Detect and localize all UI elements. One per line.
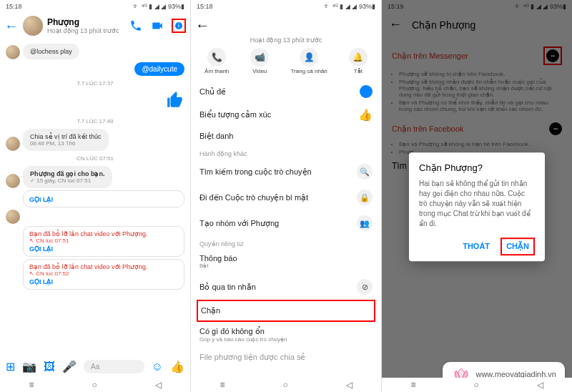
timestamp: CN LÚC 07:51 — [6, 155, 184, 162]
chat-header: ← Phượng Hoạt động 13 phút trước — [0, 13, 190, 39]
like-button[interactable]: 👍 — [170, 360, 184, 373]
create-group-row[interactable]: Tạo nhóm với Phượng👥 — [199, 210, 373, 236]
home-button[interactable]: ○ — [92, 380, 97, 390]
ignore-icon: ⊘ — [357, 279, 373, 295]
mute-button[interactable]: 🔔Tắt — [349, 48, 368, 74]
video-call-button[interactable]: 📹Video — [250, 48, 269, 74]
missed-call-card[interactable]: Bạn đã bỏ lỡ lần chat video với Phượng.↖… — [23, 259, 184, 290]
status-bar: 15:18 ᯤ ⁴ᴳ ▮ ◢ ◢ 93%▮ — [191, 0, 381, 13]
mic-icon[interactable]: 🎤 — [62, 360, 77, 373]
message-input[interactable]: Aa — [84, 360, 144, 373]
back-button[interactable]: ◁ — [155, 380, 162, 390]
settings-header: ← — [191, 13, 381, 38]
message-in[interactable]: @lochess play — [23, 44, 79, 59]
activity-status: Hoạt động 13 phút trước — [47, 27, 124, 34]
android-navbar: ≡ ○ ◁ — [382, 378, 572, 392]
group-icon: 👥 — [357, 215, 373, 231]
recents-button[interactable]: ≡ — [29, 380, 34, 390]
emoji-icon[interactable]: ☺ — [152, 361, 163, 373]
back-icon[interactable]: ← — [4, 18, 19, 34]
location-share-msg[interactable]: Chia sẻ vị trí đã kết thúc06:48 PM, 13 T… — [23, 129, 109, 151]
back-button[interactable]: ◁ — [537, 380, 543, 390]
audio-call-button[interactable]: 📞Âm thanh — [204, 48, 229, 74]
profile-button[interactable]: 👤Trang cá nhân — [291, 48, 327, 74]
confirm-block-button[interactable]: CHẶN — [500, 237, 535, 255]
apps-icon[interactable]: ⊞ — [6, 360, 15, 373]
recents-button[interactable]: ≡ — [220, 380, 225, 390]
home-button[interactable]: ○ — [282, 380, 287, 390]
quick-actions: 📞Âm thanh 📹Video 👤Trang cá nhân 🔔Tắt — [191, 44, 381, 80]
video-icon[interactable] — [150, 19, 164, 33]
svg-point-2 — [178, 24, 179, 24]
cancel-button[interactable]: THOÁT — [458, 239, 494, 253]
incoming-call-msg: Phượng đã gọi cho bạn.✓ 15 giây, CN lúc … — [23, 166, 112, 188]
confirm-dialog: Chặn Phượng? Hai bạn sẽ không thể gửi ti… — [409, 152, 545, 261]
android-navbar: ≡ ○ ◁ — [0, 378, 190, 392]
section-header: Hành động khác — [199, 146, 373, 159]
recents-button[interactable]: ≡ — [410, 380, 415, 390]
report-row[interactable]: Có gì đó không ổnGóp ý và báo cáo cuộc t… — [199, 322, 373, 348]
emoji-row[interactable]: Biểu tượng cảm xúc👍 — [199, 103, 373, 127]
like-sticker — [6, 91, 184, 114]
lock-icon: 🔒 — [357, 190, 373, 205]
gallery-icon[interactable]: 🖼 — [44, 361, 55, 373]
search-icon: 🔍 — [357, 164, 373, 180]
theme-color-icon — [360, 85, 373, 98]
section-header: Quyền riêng tư — [199, 236, 373, 249]
avatar[interactable] — [23, 16, 43, 36]
search-row[interactable]: Tìm kiếm trong cuộc trò chuyện🔍 — [199, 159, 373, 185]
missed-call-card[interactable]: Bạn đã bỏ lỡ lần chat video với Phượng.↖… — [23, 226, 184, 257]
timestamp: T.7 LÚC 17:37 — [6, 80, 184, 87]
shared-files-row[interactable]: File phương tiện được chia sẻ — [199, 348, 373, 367]
status-bar: 15:18 ᯤ ⁴ᴳ ▮ ◢ ◢ 93%▮ — [0, 0, 190, 13]
block-row[interactable]: Chặn — [197, 300, 375, 322]
secret-chat-row[interactable]: Đi đến Cuộc trò chuyện bí mật🔒 — [199, 185, 373, 210]
call-icon[interactable] — [129, 19, 143, 33]
message-input-bar: ⊞ 📷 🖼 🎤 Aa ☺ 👍 — [0, 357, 190, 376]
timestamp: T.7 LÚC 17:48 — [6, 118, 184, 124]
back-button[interactable]: ◁ — [346, 380, 352, 390]
thumbs-up-icon: 👍 — [358, 108, 373, 122]
nickname-row[interactable]: Biệt danh — [199, 127, 373, 146]
activity-status: Hoạt động 13 phút trước — [191, 36, 381, 44]
android-navbar: ≡ ○ ◁ — [191, 378, 381, 392]
notifications-row[interactable]: Thông báoBật — [199, 249, 373, 274]
contact-name[interactable]: Phượng — [47, 17, 124, 27]
dialog-body: Hai bạn sẽ không thể gửi tin nhắn hay gọ… — [419, 179, 535, 229]
dialog-title: Chặn Phượng? — [419, 162, 535, 173]
message-out[interactable]: @dailycute — [134, 62, 184, 76]
call-back-card[interactable]: GỌI LẠI — [23, 190, 184, 207]
camera-icon[interactable]: 📷 — [22, 360, 36, 373]
theme-row[interactable]: Chủ đề — [199, 80, 373, 103]
ignore-row[interactable]: Bỏ qua tin nhắn⊘ — [199, 274, 373, 300]
home-button[interactable]: ○ — [473, 380, 478, 390]
back-icon[interactable]: ← — [195, 17, 209, 34]
info-icon[interactable] — [172, 19, 186, 33]
svg-rect-1 — [179, 25, 179, 28]
